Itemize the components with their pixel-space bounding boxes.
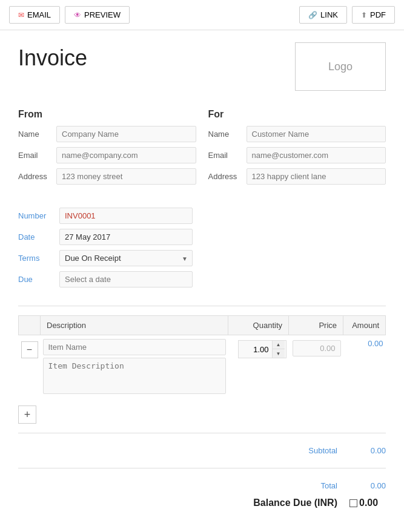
balance-label: Balance Due (INR) [253, 498, 337, 508]
items-table: Description Quantity Price Amount − [18, 315, 386, 399]
main-content: Invoice Logo From Name Email Address For [0, 30, 404, 530]
qty-arrows: ▲ ▼ [272, 341, 285, 358]
invoice-header: Invoice Logo [18, 42, 386, 91]
meta-number-label: Number [18, 211, 55, 220]
eye-icon: 👁 [74, 11, 81, 19]
meta-terms-label: Terms [18, 254, 55, 263]
total-row: Total 0.00 [18, 478, 386, 494]
meta-date-input[interactable] [59, 229, 193, 245]
email-icon: ✉ [18, 11, 24, 19]
toolbar-right: 🔗 LINK ⬆ PDF [299, 6, 395, 24]
toolbar-left: ✉ EMAIL 👁 PREVIEW [9, 6, 130, 24]
qty-down-button[interactable]: ▼ [273, 349, 285, 358]
currency-box-icon [349, 499, 357, 507]
from-for-section: From Name Email Address For Name Email [18, 109, 386, 189]
email-button[interactable]: ✉ EMAIL [9, 6, 60, 24]
price-input[interactable] [293, 340, 341, 356]
from-section: From Name Email Address [18, 109, 196, 189]
invoice-meta: Number Date Terms Due On Receipt Net 15 … [18, 208, 386, 287]
divider-2 [18, 433, 386, 433]
for-address-input[interactable] [247, 168, 386, 185]
from-email-label: Email [18, 151, 51, 160]
pdf-icon: ⬆ [361, 11, 367, 19]
pdf-button[interactable]: ⬆ PDF [352, 6, 395, 24]
totals-section: Subtotal 0.00 Total 0.00 Balance Due (IN… [18, 442, 386, 512]
link-icon: 🔗 [308, 11, 317, 19]
item-qty-cell: ▲ ▼ [228, 335, 289, 400]
item-amount-value: 0.00 [368, 339, 383, 348]
balance-value: 0.00 [349, 498, 386, 508]
meta-due-input[interactable] [59, 271, 193, 287]
balance-amount: 0.00 [359, 498, 378, 508]
for-name-row: Name [208, 126, 386, 142]
email-label: EMAIL [27, 10, 51, 19]
meta-terms-select[interactable]: Due On Receipt Net 15 Net 30 Net 60 [59, 250, 193, 266]
subtotal-value: 0.00 [349, 446, 386, 455]
divider-1 [18, 306, 386, 306]
from-name-row: Name [18, 126, 196, 142]
from-address-input[interactable] [56, 168, 196, 185]
divider-3 [18, 468, 386, 468]
meta-number-row: Number [18, 208, 386, 224]
col-quantity-header: Quantity [228, 316, 289, 335]
toolbar: ✉ EMAIL 👁 PREVIEW 🔗 LINK ⬆ PDF [0, 0, 404, 30]
meta-number-input[interactable] [59, 208, 193, 224]
item-price-cell [289, 335, 343, 400]
link-button[interactable]: 🔗 LINK [299, 6, 347, 24]
subtotal-row: Subtotal 0.00 [18, 442, 386, 459]
from-heading: From [18, 109, 196, 120]
preview-button[interactable]: 👁 PREVIEW [65, 6, 130, 24]
col-amount-header: Amount [343, 316, 386, 335]
item-description-cell [41, 335, 228, 400]
balance-row: Balance Due (INR) 0.00 [18, 494, 386, 512]
qty-up-button[interactable]: ▲ [273, 341, 285, 349]
from-name-input[interactable] [56, 126, 196, 142]
logo-placeholder-text: Logo [328, 61, 353, 73]
meta-due-row: Due [18, 271, 386, 287]
col-price-header: Price [289, 316, 343, 335]
for-email-row: Email [208, 147, 386, 163]
qty-input[interactable] [239, 342, 272, 357]
col-description-header: Description [41, 316, 228, 335]
from-name-label: Name [18, 130, 51, 139]
meta-terms-row: Terms Due On Receipt Net 15 Net 30 Net 6… [18, 250, 386, 266]
for-email-label: Email [208, 151, 242, 160]
logo-box[interactable]: Logo [295, 42, 386, 91]
from-email-row: Email [18, 147, 196, 163]
preview-label: PREVIEW [84, 10, 121, 19]
for-name-label: Name [208, 130, 242, 139]
total-label: Total [289, 481, 337, 490]
items-header-row: Description Quantity Price Amount [19, 316, 386, 335]
item-name-input[interactable] [43, 339, 226, 355]
for-heading: For [208, 109, 386, 120]
from-address-row: Address [18, 168, 196, 185]
from-address-label: Address [18, 172, 51, 181]
for-email-input[interactable] [247, 147, 386, 163]
total-value: 0.00 [349, 481, 386, 490]
from-email-input[interactable] [56, 147, 196, 163]
meta-terms-wrapper: Due On Receipt Net 15 Net 30 Net 60 ▼ [59, 250, 193, 266]
item-amount-cell: 0.00 [343, 335, 386, 400]
for-address-row: Address [208, 168, 386, 185]
item-description-input[interactable] [43, 358, 226, 394]
for-name-input[interactable] [247, 126, 386, 142]
remove-item-button[interactable]: − [21, 341, 38, 358]
col-action [19, 316, 41, 335]
for-section: For Name Email Address [208, 109, 386, 189]
pdf-label: PDF [370, 10, 386, 19]
for-address-label: Address [208, 172, 242, 181]
subtotal-label: Subtotal [289, 446, 337, 455]
invoice-title: Invoice [18, 45, 87, 71]
add-item-button[interactable]: + [18, 406, 36, 424]
qty-wrapper: ▲ ▼ [238, 340, 286, 358]
link-label: LINK [320, 10, 338, 19]
table-row: − ▲ ▼ [19, 335, 386, 400]
meta-date-label: Date [18, 232, 55, 241]
meta-date-row: Date [18, 229, 386, 245]
meta-due-label: Due [18, 275, 55, 284]
